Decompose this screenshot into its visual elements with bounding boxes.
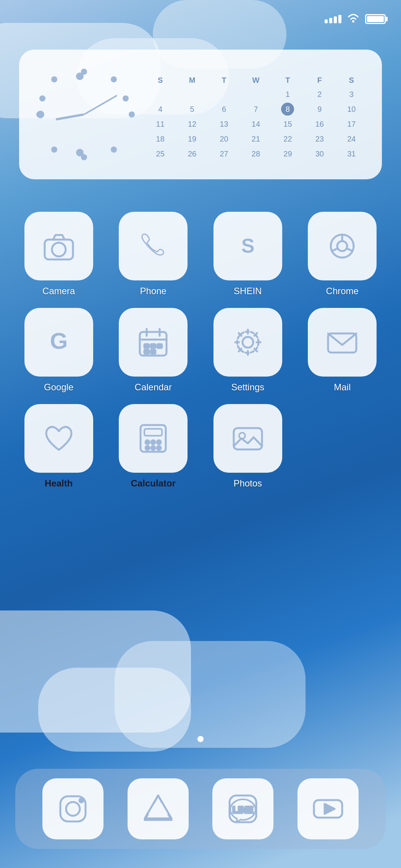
calendar-day: 24	[336, 132, 367, 146]
dock-icon-youtube[interactable]	[298, 778, 359, 839]
calendar-day: 18	[145, 132, 175, 146]
svg-point-26	[157, 440, 161, 444]
app-label-calculator: Calculator	[131, 478, 176, 489]
calendar-day: 27	[209, 147, 239, 161]
svg-point-24	[146, 440, 149, 444]
svg-line-8	[332, 248, 338, 251]
calendar-day: 3	[336, 88, 367, 101]
app-icon-shein[interactable]: SSHEIN	[204, 212, 291, 296]
calendar-day-header: T	[209, 74, 239, 86]
svg-point-25	[151, 440, 155, 444]
calendar-day: 10	[336, 103, 367, 116]
calendar-day	[177, 88, 207, 101]
app-icon-health[interactable]: Health	[15, 404, 102, 489]
svg-rect-17	[144, 350, 149, 354]
widget-container: SMTWTFS123456789101112131415161718192021…	[19, 50, 382, 179]
svg-rect-31	[234, 428, 262, 449]
svg-point-35	[79, 799, 83, 802]
app-icon-calendar[interactable]: Calendar	[110, 308, 197, 393]
calendar-day: 7	[241, 103, 271, 116]
calendar-day: 4	[145, 103, 175, 116]
calendar-day: 9	[304, 103, 335, 116]
app-icon-settings[interactable]: Settings	[204, 308, 291, 393]
calendar-day-header: S	[336, 74, 367, 86]
app-label-health: Health	[45, 478, 73, 489]
app-icon-chrome[interactable]: Chrome	[299, 212, 386, 296]
calendar-day: 16	[304, 118, 335, 131]
calendar-day: 22	[273, 132, 303, 146]
calendar-day: 8	[281, 103, 294, 116]
calendar-day: 30	[304, 147, 335, 161]
svg-rect-14	[144, 344, 149, 348]
calendar-day-header: M	[177, 74, 207, 86]
calendar-day-header: T	[273, 74, 303, 86]
dock-icon-appstore[interactable]	[128, 778, 189, 839]
calendar-day: 2	[304, 88, 335, 101]
signal-bars-icon	[325, 15, 341, 23]
app-icon-camera[interactable]: Camera	[15, 212, 102, 296]
svg-point-34	[66, 802, 80, 816]
app-label-phone: Phone	[140, 286, 167, 296]
calendar-day: 17	[336, 118, 367, 131]
app-icon-google[interactable]: GGoogle	[15, 308, 102, 393]
calendar-day: 11	[145, 118, 175, 131]
svg-rect-23	[144, 429, 162, 436]
calendar-day: 6	[209, 103, 239, 116]
app-label-chrome: Chrome	[326, 286, 359, 296]
svg-line-7	[347, 248, 352, 251]
app-grid: CameraPhoneSSHEINChromeGGoogleCalendarSe…	[15, 212, 386, 489]
calendar-day: 19	[177, 132, 207, 146]
svg-point-19	[243, 337, 253, 348]
app-label-photos: Photos	[233, 478, 262, 489]
app-label-settings: Settings	[231, 382, 264, 393]
calendar-day: 12	[177, 118, 207, 131]
calendar-day: 5	[177, 103, 207, 116]
dock: LINE	[15, 769, 386, 849]
svg-text:G: G	[50, 328, 68, 354]
status-icons	[325, 12, 386, 26]
app-icon-phone[interactable]: Phone	[110, 212, 197, 296]
calendar-day: 20	[209, 132, 239, 146]
app-label-mail: Mail	[334, 382, 351, 393]
calendar-grid: SMTWTFS123456789101112131415161718192021…	[145, 74, 367, 161]
calendar-day: 29	[273, 147, 303, 161]
calendar-day: 21	[241, 132, 271, 146]
calendar-day: 31	[336, 147, 367, 161]
app-label-calendar: Calendar	[135, 382, 172, 393]
svg-point-20	[237, 332, 259, 353]
calendar-day: 15	[273, 118, 303, 131]
app-icon-photos[interactable]: Photos	[204, 404, 291, 489]
svg-point-28	[151, 446, 155, 450]
app-icon-mail[interactable]: Mail	[299, 308, 386, 393]
svg-rect-18	[151, 350, 155, 354]
svg-point-29	[157, 446, 161, 450]
calendar-day-header: W	[241, 74, 271, 86]
dock-icon-line[interactable]: LINE	[212, 778, 273, 839]
calendar-day	[241, 88, 271, 101]
clock-widget	[34, 65, 134, 164]
app-label-google: Google	[44, 382, 73, 393]
calendar-day: 13	[209, 118, 239, 131]
wifi-icon	[347, 12, 360, 26]
calendar-day: 28	[241, 147, 271, 161]
svg-point-5	[337, 241, 347, 251]
calendar-day: 14	[241, 118, 271, 131]
svg-point-27	[146, 446, 149, 450]
calendar-day: 26	[177, 147, 207, 161]
calendar-day-header: S	[145, 74, 175, 86]
battery-icon	[365, 14, 386, 24]
status-bar	[0, 0, 401, 31]
app-icon-calculator[interactable]: Calculator	[110, 404, 197, 489]
svg-point-2	[52, 243, 66, 256]
app-label-shein: SHEIN	[234, 286, 262, 296]
app-label-camera: Camera	[42, 286, 75, 296]
svg-text:S: S	[241, 235, 254, 257]
svg-marker-40	[325, 804, 335, 814]
calendar-widget: SMTWTFS123456789101112131415161718192021…	[145, 68, 367, 161]
calendar-day: 23	[304, 132, 335, 146]
calendar-day: 25	[145, 147, 175, 161]
dock-icon-instagram[interactable]	[42, 778, 103, 839]
page-indicator-dot	[197, 736, 204, 742]
calendar-day-header: F	[304, 74, 335, 86]
calendar-day	[209, 88, 239, 101]
